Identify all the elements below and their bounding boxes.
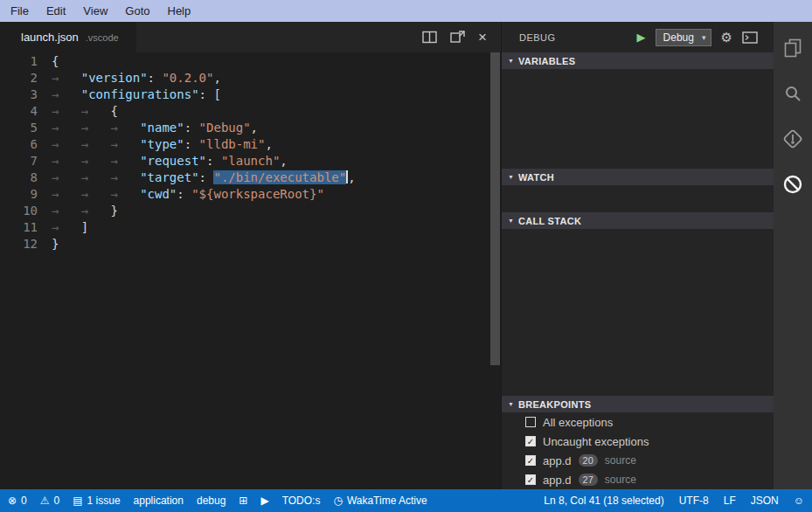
code-token: :: [184, 137, 199, 151]
code-token: ,: [348, 170, 355, 184]
menu-item-help[interactable]: Help: [159, 0, 200, 22]
editor-scrollbar[interactable]: [489, 52, 501, 489]
code-line[interactable]: → ]: [52, 219, 501, 236]
editor-area: launch.json .vscode × 123456789101112 {→…: [0, 22, 501, 489]
explorer-icon[interactable]: [774, 25, 812, 71]
section-header-breakpoints[interactable]: ▼ BREAKPOINTS: [502, 396, 774, 412]
code-line[interactable]: → → → "type": "lldb-mi",: [52, 136, 501, 153]
statusbar-feedback[interactable]: ☺: [794, 495, 804, 506]
breakpoint-label: app.d: [543, 474, 572, 487]
code-token: :: [199, 170, 214, 184]
code-token: →: [52, 87, 81, 101]
editor-actions: ×: [422, 22, 501, 52]
breakpoint-row[interactable]: ✓Uncaught exceptions: [502, 432, 774, 451]
code-line[interactable]: → → → "name": "Debug",: [52, 120, 501, 136]
statusbar-run-action[interactable]: ▶: [260, 495, 268, 506]
debug-config-dropdown[interactable]: Debug ▾: [656, 29, 711, 46]
breakpoint-checkbox[interactable]: ✓: [525, 436, 536, 446]
code-line[interactable]: {: [52, 53, 501, 70]
statusbar-encoding[interactable]: UTF-8: [679, 495, 709, 507]
breakpoint-checkbox[interactable]: [525, 417, 536, 427]
code-line[interactable]: }: [52, 236, 501, 253]
breakpoint-label: app.d: [543, 454, 572, 467]
section-label-variables: VARIABLES: [518, 56, 575, 66]
code-token: {: [52, 54, 59, 68]
breakpoint-row[interactable]: ✓app.d27source: [502, 470, 774, 489]
line-number: 8: [0, 170, 38, 186]
code-token: "launch": [221, 154, 280, 168]
code-content[interactable]: {→ "version": "0.2.0",→ "configurations"…: [45, 53, 501, 489]
search-icon[interactable]: [774, 71, 812, 116]
open-preview-icon[interactable]: [450, 31, 465, 44]
debug-config-value: Debug: [663, 31, 694, 44]
collapse-arrow-icon: ▼: [508, 218, 514, 224]
debug-sidebar: DEBUG ▶ Debug ▾ ⚙ ▼ VARIABLES: [501, 22, 774, 489]
line-number: 9: [0, 186, 38, 203]
menu-item-view[interactable]: View: [74, 0, 116, 22]
section-header-watch[interactable]: ▼ WATCH: [502, 169, 774, 185]
code-token: → → →: [52, 137, 140, 151]
code-token: ,: [251, 121, 258, 135]
split-editor-icon[interactable]: [422, 31, 437, 44]
statusbar-issues[interactable]: ▤1 issue: [73, 495, 120, 507]
tab-launch-json[interactable]: launch.json .vscode: [0, 22, 136, 52]
code-token: "version": [81, 71, 148, 85]
statusbar-file-action[interactable]: ⊞: [239, 495, 247, 506]
statusbar-launch-config-debug[interactable]: debug: [197, 495, 226, 507]
code-line[interactable]: → "version": "0.2.0",: [52, 70, 501, 86]
menu-item-file[interactable]: File: [2, 0, 38, 22]
code-token: }: [110, 204, 117, 218]
editor[interactable]: 123456789101112 {→ "version": "0.2.0",→ …: [0, 52, 501, 489]
vscode-window: FileEditViewGotoHelp launch.json .vscode…: [0, 0, 812, 512]
breakpoint-row[interactable]: All exceptions: [502, 412, 774, 432]
code-token: :: [148, 71, 163, 85]
chevron-down-icon: ▾: [702, 33, 706, 42]
code-line[interactable]: → → {: [52, 103, 501, 120]
statusbar-todos[interactable]: TODO:s: [282, 495, 321, 507]
statusbar-text: debug: [197, 495, 226, 507]
code-token: ]: [81, 220, 88, 234]
close-icon[interactable]: ×: [478, 30, 487, 45]
code-token: "name": [140, 121, 184, 135]
line-number: 10: [0, 203, 38, 219]
section-header-callstack[interactable]: ▼ CALL STACK: [502, 212, 774, 229]
code-line[interactable]: → → → "target": "./bin/executable",: [52, 170, 501, 186]
menu-item-edit[interactable]: Edit: [38, 0, 74, 22]
code-line[interactable]: → → → "request": "launch",: [52, 153, 501, 170]
breakpoint-checkbox[interactable]: ✓: [525, 455, 536, 466]
menu-item-goto[interactable]: Goto: [116, 0, 158, 22]
breakpoint-checkbox[interactable]: ✓: [525, 474, 536, 485]
statusbar-wakatime[interactable]: ◷WakaTime Active: [333, 495, 427, 507]
statusbar-error-count[interactable]: ⊗0: [8, 495, 27, 507]
code-token: → →: [52, 104, 110, 118]
breakpoints-list: All exceptions✓Uncaught exceptions✓app.d…: [502, 412, 774, 489]
debug-start-icon[interactable]: ▶: [637, 31, 646, 44]
code-line[interactable]: → → → "cwd": "${workspaceRoot}": [52, 186, 501, 203]
scrollbar-thumb[interactable]: [490, 52, 500, 365]
statusbar-warning-count[interactable]: ⚠0: [40, 495, 59, 507]
code-token: →: [52, 71, 81, 85]
code-token: "request": [140, 154, 206, 168]
code-token: "Debug": [199, 121, 251, 135]
debug-icon[interactable]: [774, 162, 812, 207]
configure-gear-icon[interactable]: ⚙: [721, 30, 732, 45]
code-token: "${workspaceRoot}": [191, 187, 324, 201]
statusbar-launch-config-application[interactable]: application: [134, 495, 184, 507]
callstack-panel-body: [502, 229, 774, 396]
breakpoint-source-label: source: [605, 474, 636, 486]
statusbar-left: ⊗0⚠0▤1 issueapplicationdebug⊞▶TODO:s◷Wak…: [8, 495, 427, 507]
code-line[interactable]: → → }: [52, 203, 501, 219]
code-token: {: [110, 104, 117, 118]
statusbar-language-mode[interactable]: JSON: [751, 495, 779, 507]
statusbar-text: 0: [21, 495, 27, 507]
breakpoint-row[interactable]: ✓app.d20source: [502, 451, 774, 470]
statusbar-eol[interactable]: LF: [724, 495, 736, 507]
section-header-variables[interactable]: ▼ VARIABLES: [502, 52, 774, 69]
debug-console-icon[interactable]: [742, 31, 758, 44]
statusbar-cursor-position[interactable]: Ln 8, Col 41 (18 selected): [544, 495, 663, 507]
code-line[interactable]: → "configurations": [: [52, 86, 501, 103]
git-icon[interactable]: [774, 116, 812, 162]
code-token: "cwd": [140, 187, 177, 201]
line-number: 6: [0, 136, 38, 153]
statusbar-text: LF: [724, 495, 736, 507]
